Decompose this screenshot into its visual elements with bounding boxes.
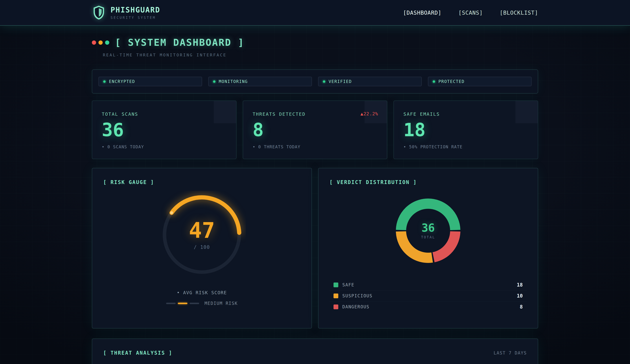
legend-row-safe: SAFE 18: [330, 279, 527, 290]
risk-gauge-chart: 47 / 100: [158, 191, 246, 279]
risk-level-label: MEDIUM RISK: [204, 301, 238, 306]
risk-gauge-title: [ RISK GAUGE ]: [103, 179, 300, 185]
status-dot-icon: [323, 80, 325, 83]
status-badge-label: PROTECTED: [438, 79, 464, 84]
corner-decor: [214, 101, 236, 123]
stat-label: THREATS DETECTED: [253, 112, 378, 117]
legend-row-dangerous: DANGEROUS 8: [330, 301, 527, 312]
stat-card-total-scans: TOTAL SCANS 36 • 0 SCANS TODAY: [92, 101, 236, 159]
risk-level-seg-high: [190, 303, 199, 304]
page-title-row: [ SYSTEM DASHBOARD ]: [92, 37, 538, 48]
brand-subtitle: SECURITY SYSTEM: [110, 15, 160, 19]
top-navigation-bar: PHISHGUARD SECURITY SYSTEM [DASHBOARD] […: [0, 0, 630, 26]
verdict-legend: SAFE 18 SUSPICIOUS 10 DANGEROUS 8: [330, 279, 527, 312]
risk-level-seg-medium: [178, 303, 188, 304]
threats-delta-badge: ▲22.2%: [360, 111, 378, 116]
legend-value: 10: [517, 293, 523, 299]
main-nav: [DASHBOARD] [SCANS] [BLOCKLIST]: [403, 9, 538, 16]
stat-card-safe-emails: SAFE EMAILS 18 • 50% PROTECTION RATE: [394, 101, 538, 159]
risk-score-value: 47: [189, 219, 215, 241]
stat-footer: • 0 THREATS TODAY: [253, 145, 378, 149]
verdict-body: 36 TOTAL SAFE 18 SUSPICIOUS: [330, 185, 527, 312]
nav-scans[interactable]: [SCANS]: [458, 9, 483, 16]
status-badge-protected: PROTECTED: [428, 77, 532, 86]
stat-card-threats-detected: THREATS DETECTED ▲22.2% 8 • 0 THREATS TO…: [243, 101, 388, 159]
legend-label: DANGEROUS: [342, 304, 370, 309]
verdict-total-value: 36: [422, 222, 435, 233]
status-badge-label: ENCRYPTED: [109, 79, 135, 84]
legend-value: 8: [520, 304, 523, 310]
stat-label: TOTAL SCANS: [102, 112, 226, 117]
threat-analysis-panel: [ THREAT ANALYSIS ] LAST 7 DAYS: [92, 339, 538, 364]
brand[interactable]: PHISHGUARD SECURITY SYSTEM: [92, 5, 160, 20]
status-dot-icon: [213, 80, 216, 83]
status-dot-icon: [433, 80, 435, 83]
legend-row-suspicious: SUSPICIOUS 10: [330, 290, 527, 301]
risk-level-indicator: MEDIUM RISK: [166, 301, 238, 306]
verdict-distribution-title: [ VERDICT DISTRIBUTION ]: [330, 179, 527, 185]
risk-gauge-body: 47 / 100 • AVG RISK SCORE MEDIUM RISK: [103, 185, 300, 306]
topbar-inner: PHISHGUARD SECURITY SYSTEM [DASHBOARD] […: [92, 0, 538, 25]
legend-label: SAFE: [342, 282, 354, 287]
window-dot-orange-icon: [98, 40, 103, 45]
safe-emails-value: 18: [404, 121, 528, 139]
status-bar: ENCRYPTED MONITORING VERIFIED PROTECTED: [92, 69, 538, 94]
stat-footer: • 0 SCANS TODAY: [102, 145, 226, 149]
threats-detected-value: 8: [253, 121, 378, 139]
legend-label: SUSPICIOUS: [342, 293, 372, 298]
status-badge-label: VERIFIED: [328, 79, 352, 84]
status-badge-label: MONITORING: [219, 79, 248, 84]
status-badge-encrypted: ENCRYPTED: [98, 77, 202, 86]
shield-logo-icon: [92, 5, 106, 20]
brand-name: PHISHGUARD: [110, 6, 160, 14]
verdict-distribution-panel: [ VERDICT DISTRIBUTION ] 36 TOTAL: [318, 168, 538, 329]
legend-value: 18: [517, 282, 523, 288]
window-dot-green-icon: [105, 40, 109, 45]
page-title: [ SYSTEM DASHBOARD ]: [115, 37, 244, 48]
stat-footer: • 50% PROTECTION RATE: [404, 145, 528, 149]
threat-analysis-range: LAST 7 DAYS: [494, 351, 527, 356]
donut-center: 36 TOTAL: [392, 194, 465, 267]
gauge-center: 47 / 100: [158, 191, 246, 279]
panels-row: [ RISK GAUGE ] 47 / 100 • AVG RISK: [92, 168, 538, 329]
main-content: [ SYSTEM DASHBOARD ] REAL-TIME THREAT MO…: [92, 37, 538, 364]
verdict-total-label: TOTAL: [421, 235, 435, 239]
window-dot-red-icon: [92, 40, 96, 45]
status-dot-icon: [103, 80, 106, 83]
corner-decor: [516, 101, 538, 123]
safe-swatch-icon: [334, 283, 338, 287]
phishguard-dashboard: PHISHGUARD SECURITY SYSTEM [DASHBOARD] […: [0, 0, 630, 364]
stat-label: SAFE EMAILS: [404, 112, 528, 117]
suspicious-swatch-icon: [334, 294, 338, 298]
dangerous-swatch-icon: [334, 305, 338, 309]
brand-text: PHISHGUARD SECURITY SYSTEM: [110, 6, 160, 19]
total-scans-value: 36: [102, 121, 226, 139]
status-badge-verified: VERIFIED: [318, 77, 422, 86]
avg-risk-score-caption: • AVG RISK SCORE: [177, 290, 227, 295]
verdict-donut-chart: 36 TOTAL: [392, 194, 465, 267]
status-badge-monitoring: MONITORING: [208, 77, 312, 86]
risk-gauge-panel: [ RISK GAUGE ] 47 / 100 • AVG RISK: [92, 168, 312, 329]
threat-analysis-title: [ THREAT ANALYSIS ]: [103, 350, 172, 356]
stats-row: TOTAL SCANS 36 • 0 SCANS TODAY THREATS D…: [92, 101, 538, 159]
threat-analysis-header: [ THREAT ANALYSIS ] LAST 7 DAYS: [103, 350, 527, 356]
risk-score-max: / 100: [194, 244, 210, 250]
nav-blocklist[interactable]: [BLOCKLIST]: [500, 9, 538, 16]
page-subtitle: REAL-TIME THREAT MONITORING INTERFACE: [103, 53, 538, 57]
risk-level-seg-low: [166, 303, 176, 304]
nav-dashboard[interactable]: [DASHBOARD]: [403, 9, 442, 16]
